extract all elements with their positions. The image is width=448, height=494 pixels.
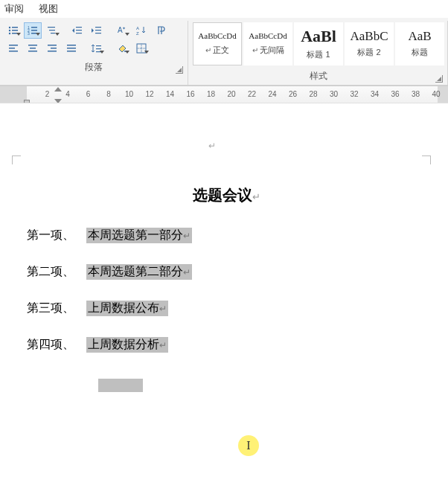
ruler-tick: 6 (86, 90, 91, 98)
item-text[interactable]: 本周选题第一部分↵ (86, 228, 192, 243)
styles-group-label: 样式 (310, 71, 327, 81)
svg-rect-1 (12, 27, 18, 28)
align-right-button[interactable] (43, 40, 61, 57)
svg-point-0 (9, 27, 10, 28)
decrease-indent-button[interactable] (68, 22, 86, 39)
svg-rect-34 (51, 48, 57, 49)
document-title[interactable]: 选题会议↵ (27, 185, 426, 205)
svg-rect-17 (76, 33, 82, 33)
style-item-2[interactable]: AaBl 标题 1 (294, 22, 343, 65)
selection-tail (98, 379, 143, 392)
svg-text:3: 3 (28, 31, 30, 36)
item-label: 第一项、 (27, 228, 86, 243)
svg-rect-13 (49, 30, 55, 31)
ruler-tick: 14 (166, 90, 174, 98)
ruler-tick: 8 (106, 90, 111, 98)
svg-point-2 (9, 30, 10, 31)
svg-text:✦: ✦ (122, 26, 126, 31)
list-item[interactable]: 第三项、 上周数据公布↵ (27, 301, 426, 316)
menu-view[interactable]: 视图 (39, 2, 58, 16)
ruler-tick: 20 (227, 90, 235, 98)
item-label: 第三项、 (27, 301, 86, 316)
svg-marker-18 (72, 28, 74, 33)
item-text[interactable]: 本周选题第二部分↵ (86, 264, 192, 280)
item-text[interactable]: 上周数据分析↵ (86, 337, 168, 353)
svg-rect-20 (95, 30, 101, 31)
paragraph-group-label: 段落 (85, 62, 103, 72)
ruler-tick: 30 (330, 90, 338, 98)
svg-text:Z: Z (136, 31, 139, 36)
ruler-tick: 26 (289, 90, 297, 98)
item-text[interactable]: 上周数据公布↵ (86, 301, 168, 316)
ruler-tick: 24 (268, 90, 276, 98)
svg-rect-33 (48, 45, 57, 46)
svg-rect-28 (9, 48, 15, 49)
style-item-3[interactable]: AaBbC 标题 2 (345, 22, 394, 65)
page-corner-topleft (12, 155, 21, 164)
ruler-tick: 18 (207, 90, 215, 98)
styles-launcher[interactable] (435, 75, 443, 83)
paragraph-group: 123 A✦ AZ 段落 (0, 21, 188, 85)
ruler-tick: 28 (309, 90, 317, 98)
list-item[interactable]: 第四项、 上周数据分析↵ (27, 337, 426, 353)
ruler-tick: 32 (350, 90, 358, 98)
ruler-tick: 38 (412, 90, 420, 98)
paragraph-mark: ↵ (208, 141, 216, 151)
svg-text:A: A (136, 26, 139, 31)
svg-rect-15 (76, 27, 82, 28)
borders-button[interactable] (132, 40, 150, 57)
chinese-layout-button[interactable]: A✦ (113, 22, 131, 39)
align-left-button[interactable] (4, 40, 22, 57)
show-marks-button[interactable] (152, 22, 170, 39)
svg-rect-38 (67, 51, 76, 52)
ruler-tick: 4 (65, 90, 70, 98)
ruler-tick: 16 (186, 90, 194, 98)
style-item-4[interactable]: AaB 标题 (395, 22, 444, 65)
svg-rect-27 (9, 45, 18, 46)
ruler-tick: 12 (145, 90, 153, 98)
menu-review[interactable]: 审阅 (4, 2, 24, 16)
multilevel-list-button[interactable] (43, 22, 61, 39)
paragraph-launcher[interactable] (176, 66, 183, 74)
ruler-tick: 34 (371, 90, 379, 98)
svg-rect-12 (48, 27, 55, 28)
ruler-tick: 40 (432, 90, 440, 98)
align-justify-button[interactable] (63, 40, 80, 57)
styles-group: AaBbCcDd ↵正文AaBbCcDd ↵无间隔AaBl 标题 1AaBbC … (188, 21, 448, 85)
first-line-indent-marker[interactable] (54, 87, 62, 92)
svg-rect-19 (95, 27, 101, 28)
svg-rect-36 (67, 45, 76, 46)
item-label: 第四项、 (27, 337, 86, 353)
svg-marker-22 (92, 28, 94, 33)
ruler-tick: 22 (248, 90, 256, 98)
line-spacing-button[interactable] (88, 40, 106, 57)
shading-button[interactable] (113, 40, 131, 57)
svg-rect-32 (28, 51, 37, 52)
svg-rect-3 (12, 30, 18, 31)
style-item-1[interactable]: AaBbCcDd ↵无间隔 (243, 22, 292, 65)
svg-rect-9 (31, 30, 37, 31)
style-item-0[interactable]: AaBbCcDd ↵正文 (193, 22, 242, 65)
horizontal-ruler[interactable]: 246810121416182022242628303234363840 (0, 86, 448, 103)
ribbon: 123 A✦ AZ 段落 (0, 18, 448, 86)
svg-rect-37 (67, 48, 76, 49)
svg-rect-7 (31, 27, 37, 28)
svg-rect-21 (95, 33, 101, 33)
list-item[interactable]: 第一项、 本周选题第一部分↵ (27, 228, 426, 243)
ruler-tick: 36 (391, 90, 399, 98)
svg-point-4 (9, 33, 10, 34)
svg-rect-31 (30, 48, 36, 49)
list-item[interactable]: 第二项、 本周选题第二部分↵ (27, 264, 426, 280)
svg-rect-40 (96, 48, 101, 49)
document-area[interactable]: ↵ 选题会议↵ 第一项、 本周选题第一部分↵第二项、 本周选题第二部分↵第三项、… (0, 103, 448, 494)
item-label: 第二项、 (27, 264, 86, 280)
sort-button[interactable]: AZ (132, 22, 150, 39)
svg-rect-29 (9, 51, 18, 52)
numbering-button[interactable]: 123 (24, 22, 42, 39)
bullets-button[interactable] (4, 22, 22, 39)
align-center-button[interactable] (24, 40, 42, 57)
page-corner-topright (422, 155, 431, 164)
increase-indent-button[interactable] (88, 22, 106, 39)
svg-rect-39 (96, 45, 101, 46)
svg-rect-30 (28, 45, 37, 46)
